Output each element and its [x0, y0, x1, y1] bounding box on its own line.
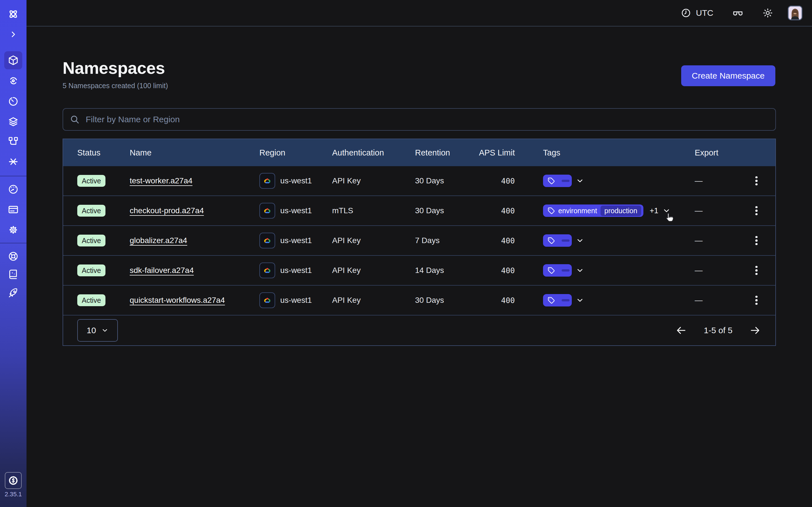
chevron-down-icon	[101, 327, 109, 334]
badge-dollar-icon	[8, 475, 19, 486]
export-value: —	[680, 166, 738, 195]
page-size-select[interactable]: 10	[77, 319, 118, 342]
column-header-status: Status	[63, 139, 116, 166]
namespace-link[interactable]: sdk-failover.a27a4	[130, 266, 194, 275]
timer-icon	[8, 96, 19, 107]
gcp-cloud-icon	[259, 292, 275, 308]
sidebar: 2.35.1	[0, 0, 27, 507]
tags-expand-chevron[interactable]	[576, 177, 584, 185]
pager: 1-5 of 5	[675, 325, 761, 336]
sidebar-item-workflows[interactable]	[4, 71, 22, 90]
row-actions-kebab-button[interactable]	[752, 263, 761, 278]
tags-expand-chevron[interactable]	[576, 266, 584, 275]
sidebar-expand-button[interactable]	[4, 25, 22, 43]
sidebar-item-batch-operations[interactable]	[4, 132, 22, 151]
pipeline-icon	[8, 136, 19, 147]
cube-icon	[8, 55, 19, 66]
create-namespace-button[interactable]: Create Namespace	[681, 65, 775, 86]
column-header-name: Name	[116, 139, 245, 166]
tag-more-count: +1	[650, 207, 658, 215]
tag-value	[562, 299, 569, 301]
pricing-button[interactable]	[5, 472, 22, 489]
page-range-label: 1-5 of 5	[704, 326, 732, 335]
tags-expand-chevron[interactable]	[662, 207, 671, 215]
sidebar-item-getting-started[interactable]	[4, 284, 22, 302]
chevron-down-icon	[576, 177, 584, 185]
filter-input[interactable]	[85, 114, 769, 125]
namespace-link[interactable]: test-worker.a27a4	[130, 176, 193, 185]
status-badge: Active	[77, 294, 105, 306]
sidebar-item-settings[interactable]	[4, 221, 22, 239]
namespace-link[interactable]: globalizer.a27a4	[130, 236, 187, 245]
tags-expand-chevron[interactable]	[576, 236, 584, 245]
auth-label: API Key	[318, 226, 401, 255]
table-body: Active test-worker.a27a4 us-west1 API Ke…	[63, 166, 775, 315]
timezone-button[interactable]: UTC	[680, 8, 713, 18]
gcp-cloud-icon	[259, 173, 275, 189]
page-size-value: 10	[87, 326, 96, 335]
row-actions-kebab-button[interactable]	[752, 173, 761, 189]
tag-badge[interactable]	[543, 294, 572, 306]
chevron-right-icon	[8, 29, 18, 40]
tags-expand-chevron[interactable]	[576, 296, 584, 304]
namespace-link[interactable]: quickstart-workflows.a27a4	[130, 296, 225, 305]
tag-value: production	[601, 206, 642, 216]
tag-badge[interactable]	[543, 175, 572, 187]
temporal-logo[interactable]	[4, 5, 22, 23]
sidebar-item-nexus[interactable]	[4, 153, 22, 171]
arrow-left-icon	[675, 325, 687, 336]
tag-badge[interactable]	[543, 264, 572, 277]
namespace-link[interactable]: checkout-prod.a27a4	[130, 206, 204, 215]
tag-value	[562, 180, 569, 182]
sidebar-item-namespaces[interactable]	[4, 51, 22, 69]
tag-icon	[548, 237, 555, 244]
tag-badge[interactable]	[543, 234, 572, 247]
status-badge: Active	[77, 175, 105, 187]
region-label: us-west1	[280, 266, 312, 275]
row-actions-kebab-button[interactable]	[752, 233, 761, 248]
auth-label: API Key	[318, 256, 401, 285]
table-row: Active sdk-failover.a27a4 us-west1 API K…	[63, 255, 775, 285]
sidebar-item-usage[interactable]	[4, 180, 22, 198]
export-value: —	[680, 196, 738, 225]
app-window: 2.35.1 UTC Namespaces 5 Namespaces creat…	[0, 0, 812, 507]
rocket-icon	[8, 287, 19, 298]
retention-label: 7 Days	[401, 226, 465, 255]
region-label: us-west1	[280, 296, 312, 305]
gcp-cloud-icon	[259, 263, 275, 278]
labs-toggle-button[interactable]	[732, 7, 744, 19]
sidebar-item-docs[interactable]	[4, 265, 22, 283]
sidebar-item-support[interactable]	[4, 247, 22, 265]
aps-limit-value: 400	[465, 256, 529, 285]
sidebar-item-deployments[interactable]	[4, 113, 22, 131]
gear-icon	[8, 224, 19, 235]
region-label: us-west1	[280, 206, 312, 215]
auth-label: API Key	[318, 286, 401, 315]
table-row: Active quickstart-workflows.a27a4 us-wes…	[63, 285, 775, 315]
status-badge: Active	[77, 235, 105, 246]
user-avatar[interactable]	[788, 6, 802, 20]
table-row: Active test-worker.a27a4 us-west1 API Ke…	[63, 166, 775, 195]
sidebar-item-billing[interactable]	[4, 201, 22, 219]
retention-label: 30 Days	[401, 166, 465, 195]
previous-page-button[interactable]	[675, 325, 687, 336]
tag-badge[interactable]: environment production	[543, 205, 644, 217]
auth-label: API Key	[318, 166, 401, 195]
table-footer: 10 1-5 of 5	[63, 315, 775, 345]
retention-label: 14 Days	[401, 256, 465, 285]
status-badge: Active	[77, 205, 105, 217]
timezone-label: UTC	[696, 8, 713, 18]
theme-toggle-button[interactable]	[762, 8, 773, 18]
asterisk-icon	[8, 156, 19, 167]
column-header-aps-limit: APS Limit	[465, 139, 529, 166]
sidebar-item-schedules[interactable]	[4, 93, 22, 110]
auth-label: mTLS	[318, 196, 401, 225]
aps-limit-value: 400	[465, 166, 529, 195]
page-title: Namespaces	[63, 59, 168, 78]
region-label: us-west1	[280, 236, 312, 245]
row-actions-kebab-button[interactable]	[752, 203, 761, 219]
page-header: Namespaces 5 Namespaces created (100 lim…	[63, 59, 168, 90]
row-actions-kebab-button[interactable]	[752, 292, 761, 308]
next-page-button[interactable]	[749, 325, 761, 336]
arrow-right-icon	[749, 325, 761, 336]
